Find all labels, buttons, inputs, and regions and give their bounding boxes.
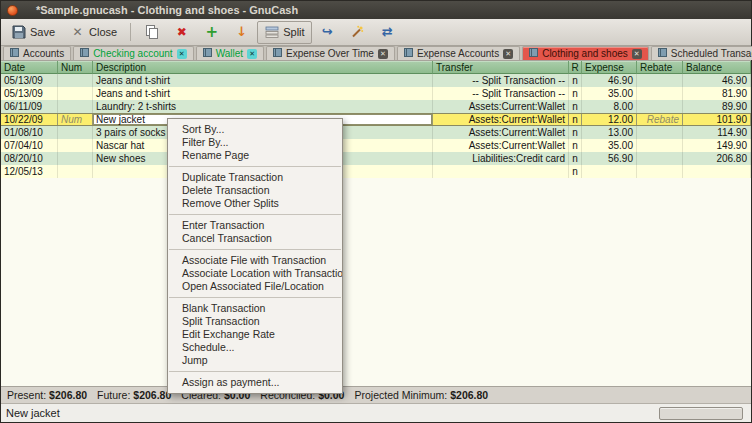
cell-num[interactable]: [58, 100, 93, 113]
jump-button[interactable]: ↪: [313, 21, 342, 44]
cell-num[interactable]: [58, 87, 93, 100]
tab-close-icon[interactable]: ✕: [247, 49, 257, 59]
context-menu-item[interactable]: Cancel Transaction: [168, 232, 342, 245]
cell-transfer[interactable]: -- Split Transaction --: [433, 74, 569, 87]
cell-expense[interactable]: 12.00: [582, 114, 637, 125]
context-menu-item[interactable]: Delete Transaction: [168, 184, 342, 197]
cell-rebate[interactable]: [637, 139, 683, 152]
context-menu-item[interactable]: Assign as payment...: [168, 376, 342, 389]
cell-transfer[interactable]: Assets:Current:Wallet: [433, 100, 569, 113]
cell-rebate[interactable]: [637, 74, 683, 87]
cell-num[interactable]: [58, 139, 93, 152]
context-menu-item[interactable]: Open Associated File/Location: [168, 280, 342, 293]
tab-close-icon[interactable]: ✕: [503, 49, 513, 59]
cell-expense[interactable]: 46.90: [582, 74, 637, 87]
cell-reconcile-flag[interactable]: n: [569, 139, 582, 152]
cell-expense[interactable]: 8.00: [582, 100, 637, 113]
column-header-reconcile[interactable]: R: [569, 61, 582, 74]
cell-date[interactable]: 12/05/13: [1, 165, 58, 178]
transaction-row[interactable]: 08/20/10 New shoes Liabilities:Credit ca…: [1, 152, 751, 165]
page-tab[interactable]: Accounts ✕: [3, 46, 71, 60]
enter-transaction-button[interactable]: +: [197, 21, 226, 44]
transaction-row[interactable]: 10/22/09 Num New jacket Assets:Current:W…: [1, 113, 751, 126]
cell-reconcile-flag[interactable]: n: [569, 100, 582, 113]
context-menu-item[interactable]: Filter By...: [168, 136, 342, 149]
context-menu-item[interactable]: Enter Transaction: [168, 219, 342, 232]
transfer-button[interactable]: ⇄: [373, 21, 402, 44]
context-menu-item[interactable]: Associate File with Transaction: [168, 254, 342, 267]
cell-transfer[interactable]: Assets:Current:Wallet: [433, 114, 569, 125]
context-menu-item[interactable]: Rename Page: [168, 149, 342, 162]
context-menu-item[interactable]: Sort By...: [168, 123, 342, 136]
cell-date[interactable]: 06/11/09: [1, 100, 58, 113]
page-tab[interactable]: Checking account ✕: [73, 46, 194, 60]
cell-expense[interactable]: 35.00: [582, 87, 637, 100]
cell-num[interactable]: [58, 165, 93, 178]
page-tab[interactable]: Wallet ✕: [196, 46, 264, 60]
cell-expense[interactable]: 13.00: [582, 126, 637, 139]
cell-reconcile-flag[interactable]: n: [569, 165, 582, 178]
cell-expense[interactable]: 35.00: [582, 139, 637, 152]
tab-close-icon[interactable]: ✕: [632, 49, 642, 59]
cell-date[interactable]: 08/20/10: [1, 152, 58, 165]
cell-transfer[interactable]: Assets:Current:Wallet: [433, 126, 569, 139]
context-menu-item[interactable]: Associate Location with Transaction: [168, 267, 342, 280]
transaction-row[interactable]: 05/13/09 Jeans and t-shirt -- Split Tran…: [1, 87, 751, 100]
delete-transaction-button[interactable]: ✖: [167, 21, 196, 44]
transaction-row[interactable]: 01/08/10 3 pairs of socks Assets:Current…: [1, 126, 751, 139]
page-tab[interactable]: Scheduled Transactions ✕: [651, 46, 752, 60]
cell-description[interactable]: Laundry: 2 t-shirts: [93, 100, 433, 113]
cell-rebate[interactable]: [637, 152, 683, 165]
column-header-transfer[interactable]: Transfer: [433, 61, 569, 74]
page-tab[interactable]: Expense Over Time ✕: [266, 46, 395, 60]
cell-date[interactable]: 05/13/09: [1, 87, 58, 100]
cell-num[interactable]: [58, 74, 93, 87]
cell-date[interactable]: 10/22/09: [1, 114, 58, 125]
cell-rebate[interactable]: [637, 126, 683, 139]
cell-reconcile-flag[interactable]: n: [569, 152, 582, 165]
cell-expense[interactable]: 56.90: [582, 152, 637, 165]
tab-close-icon[interactable]: ✕: [378, 49, 388, 59]
cell-rebate[interactable]: [637, 165, 683, 178]
context-menu-item[interactable]: Split Transaction: [168, 315, 342, 328]
cell-transfer[interactable]: [433, 165, 569, 178]
page-tab[interactable]: Expense Accounts ✕: [397, 46, 520, 60]
transaction-row[interactable]: 12/05/13 n: [1, 165, 751, 178]
cell-date[interactable]: 01/08/10: [1, 126, 58, 139]
transaction-row[interactable]: 06/11/09 Laundry: 2 t-shirts Assets:Curr…: [1, 100, 751, 113]
column-header-date[interactable]: Date: [1, 61, 58, 74]
tab-close-icon[interactable]: ✕: [177, 49, 187, 59]
titlebar[interactable]: *Sample.gnucash - Clothing and shoes - G…: [1, 1, 751, 19]
context-menu-item[interactable]: Blank Transaction: [168, 302, 342, 315]
context-menu-item[interactable]: Schedule...: [168, 341, 342, 354]
column-header-expense[interactable]: Expense: [582, 61, 637, 74]
save-button[interactable]: Save: [4, 21, 62, 44]
cell-reconcile-flag[interactable]: n: [569, 74, 582, 87]
cell-expense[interactable]: [582, 165, 637, 178]
cell-transfer[interactable]: Liabilities:Credit card: [433, 152, 569, 165]
cell-num[interactable]: Num: [58, 114, 93, 125]
column-header-description[interactable]: Description: [93, 61, 433, 74]
cell-rebate[interactable]: [637, 87, 683, 100]
cell-num[interactable]: [58, 152, 93, 165]
context-menu-item[interactable]: Edit Exchange Rate: [168, 328, 342, 341]
cell-description[interactable]: Jeans and t-shirt: [93, 87, 433, 100]
split-toggle-button[interactable]: Split: [257, 21, 311, 44]
cell-reconcile-flag[interactable]: n: [569, 114, 582, 125]
cell-rebate[interactable]: [637, 100, 683, 113]
cell-transfer[interactable]: -- Split Transaction --: [433, 87, 569, 100]
cell-date[interactable]: 07/04/10: [1, 139, 58, 152]
context-menu-item[interactable]: Jump: [168, 354, 342, 367]
cell-reconcile-flag[interactable]: n: [569, 87, 582, 100]
cell-reconcile-flag[interactable]: n: [569, 126, 582, 139]
context-menu-item[interactable]: Remove Other Splits: [168, 197, 342, 210]
cell-transfer[interactable]: Assets:Current:Wallet: [433, 139, 569, 152]
page-tab[interactable]: Clothing and shoes ✕: [522, 46, 649, 60]
context-menu-item[interactable]: Duplicate Transaction: [168, 171, 342, 184]
column-header-balance[interactable]: Balance: [683, 61, 751, 74]
schedule-button[interactable]: [343, 21, 372, 44]
cell-num[interactable]: [58, 126, 93, 139]
cell-rebate[interactable]: Rebate: [637, 114, 683, 125]
blank-transaction-button[interactable]: ↓: [227, 21, 256, 44]
close-button[interactable]: ✕ Close: [63, 21, 124, 44]
